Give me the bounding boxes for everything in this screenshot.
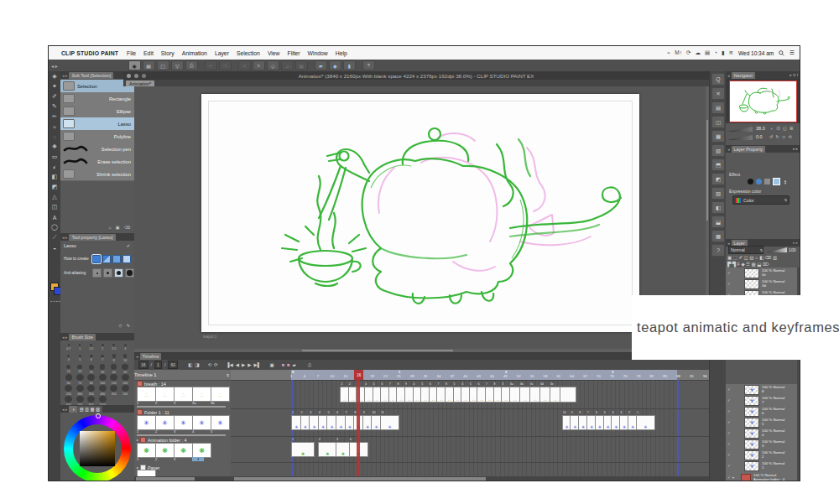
window-minimize-button[interactable] xyxy=(134,74,138,78)
subtool-item-selection-pen[interactable]: Selection pen xyxy=(60,143,134,156)
frame-tool-icon[interactable]: ◫ xyxy=(49,202,60,212)
brush-size-400[interactable]: 400 xyxy=(97,385,109,396)
brush-size-7[interactable]: 7 xyxy=(97,352,109,363)
layer-thumbnail[interactable]: ✳ xyxy=(744,407,759,417)
move-tool-icon[interactable]: ◈ xyxy=(49,71,60,81)
save-file-icon[interactable]: ▽ xyxy=(171,60,184,70)
new-file-icon[interactable]: ▤ xyxy=(143,60,155,70)
hue-marker[interactable] xyxy=(96,413,101,418)
layer-row[interactable]: ✓✳100 % Normal2 xyxy=(726,449,800,461)
layer-visibility-icon[interactable]: ✓ xyxy=(726,431,732,435)
timeline-scrollbar[interactable] xyxy=(231,476,709,481)
layer-thumbnail[interactable]: ✳ xyxy=(744,461,759,471)
brush-size-60[interactable]: 60 xyxy=(63,374,75,385)
layer-property-tab[interactable]: Layer Property xyxy=(732,146,766,153)
layer-visibility-icon[interactable]: ✓ xyxy=(726,453,732,457)
anti-aliasing-option-2[interactable] xyxy=(103,268,112,278)
play-icon[interactable]: ▶ xyxy=(242,362,245,367)
pen-tool-icon[interactable]: ✎ xyxy=(49,101,60,112)
layer-visibility-icon[interactable]: ✓ xyxy=(726,271,732,275)
eyedropper-tool-icon[interactable]: ✐ xyxy=(49,91,60,101)
loop-icon[interactable]: ⟲ xyxy=(207,362,211,367)
layer-thumbnail[interactable]: ✳ xyxy=(744,439,759,449)
layer-color-icon[interactable] xyxy=(764,179,770,184)
airbrush-tool-icon[interactable]: ◌ xyxy=(49,132,60,142)
panel-arrow-icons[interactable]: ◂ ▸ xyxy=(62,73,67,78)
layer-row[interactable]: ✓✳100 % Normal7 xyxy=(726,395,800,407)
subtool-item-shrink-selection[interactable]: Shrink selection xyxy=(60,168,134,181)
snap-special-icon[interactable]: ◆ xyxy=(329,60,341,70)
track-thumbnail[interactable]: ✳ xyxy=(192,415,211,430)
blend-mode-dropdown[interactable]: Normal⇅ xyxy=(728,246,763,254)
control-center-icon[interactable]: ☰ xyxy=(789,49,795,56)
timeline-tab[interactable]: Timeline xyxy=(140,353,162,360)
go-to-start-icon[interactable]: ▐◀ xyxy=(227,362,233,367)
layer-row[interactable]: ✓✳100 % Normal4 xyxy=(726,428,800,439)
track-thumbnail[interactable]: ✳ xyxy=(174,415,193,430)
new-layer-icon[interactable]: ▤ xyxy=(711,101,725,114)
grid-panel-icon[interactable]: ▩ xyxy=(711,230,725,242)
menu-item-file[interactable]: File xyxy=(127,50,136,56)
window-zoom-button[interactable] xyxy=(142,74,146,78)
brush-size-350[interactable]: 350 xyxy=(86,385,97,396)
layer-property-mini-tabs[interactable]: ▸ ▸ xyxy=(793,147,798,151)
layer-row[interactable]: ✓✳100 % Normal5 xyxy=(726,417,800,429)
next-frame-icon[interactable]: ▶ xyxy=(248,362,251,367)
track-label-animation[interactable]: ▸Animation folder : 4 xyxy=(137,437,186,443)
layer-visibility-icon[interactable]: ✓ xyxy=(726,420,732,424)
cloud-icon[interactable]: ☁ xyxy=(695,49,701,56)
anti-aliasing-option-4[interactable] xyxy=(125,268,134,278)
timeline-cel[interactable]: ❋ xyxy=(318,442,337,457)
track-thumbnail[interactable]: ❋ xyxy=(174,443,193,458)
undo-icon[interactable]: ↶ xyxy=(205,60,217,70)
track-thumbnail[interactable]: ✳ xyxy=(155,415,175,430)
brush-size-8[interactable]: 8 xyxy=(108,352,120,363)
brush-size-1.5[interactable]: 1.5 xyxy=(86,341,97,352)
prev-frame-icon[interactable]: ◀ xyxy=(236,362,239,367)
display-icon[interactable]: ▤ xyxy=(705,49,710,56)
track-thumbnail[interactable]: ✳ xyxy=(137,415,156,430)
frames-panel-icon[interactable]: ⬓ xyxy=(711,216,725,228)
end-frame-value[interactable]: 60 xyxy=(168,361,178,369)
timeline-cel[interactable]: ✳ xyxy=(636,415,655,430)
timeline-frames-area[interactable]: 0123147101316192225283134374043464952555… xyxy=(231,370,709,476)
subtool-tab[interactable]: Sub Tool [Selection] xyxy=(69,72,113,79)
crop-icon[interactable]: ⌗ xyxy=(253,60,265,70)
track-mini-scrollbar[interactable] xyxy=(137,434,226,436)
timeline-name-header[interactable]: Timeline 1⇅ xyxy=(134,370,231,381)
app-menu-title[interactable]: CLIP STUDIO PAINT xyxy=(61,50,118,56)
subtool-item-rectangle[interactable]: Rectangle xyxy=(60,92,134,106)
timeline-settings-icon[interactable]: ⎙ xyxy=(308,362,311,368)
brush-size-80[interactable]: 80 xyxy=(86,374,97,385)
track-list-scrollbar[interactable] xyxy=(134,476,231,481)
keyboard-icon[interactable]: ⌁ xyxy=(667,49,670,56)
start-frame-value[interactable]: 1 xyxy=(154,361,162,369)
anti-aliasing-option-1[interactable] xyxy=(92,268,102,278)
panel-arrow-icons[interactable]: ◂ ▸ xyxy=(62,407,67,412)
layer-thumbnail[interactable]: ✳ xyxy=(744,429,759,439)
border-effect-icon[interactable] xyxy=(748,179,753,184)
playhead[interactable] xyxy=(357,378,360,476)
expression-color-dropdown[interactable]: Color ⇅ xyxy=(732,195,789,205)
layer-thumbnail[interactable] xyxy=(744,279,759,289)
navigator-tab[interactable]: Navigator xyxy=(732,72,756,79)
brush-size-2.5[interactable]: 2.5 xyxy=(108,341,120,352)
onion-skin-prev-icon[interactable]: ◧ xyxy=(188,362,192,367)
cel-color-b-icon[interactable]: ■ xyxy=(287,362,289,367)
redo-icon[interactable]: ↷ xyxy=(219,60,232,70)
menu-item-help[interactable]: Help xyxy=(336,50,347,56)
how-to-create-option-3[interactable] xyxy=(112,255,121,263)
layer-thumbnail[interactable]: ✳ xyxy=(744,396,759,406)
close-selection-icon[interactable]: ✕ xyxy=(711,87,725,100)
track-thumbnail[interactable]: ❋ xyxy=(192,443,211,458)
brush-size-200[interactable]: 200 xyxy=(120,374,132,385)
brush-size-150[interactable]: 150 xyxy=(108,374,120,385)
m1-status-icon[interactable]: M↑ xyxy=(675,49,682,56)
layer-thumbnail[interactable]: ✳ xyxy=(744,385,759,395)
menu-clock[interactable]: Wed 10:34 am xyxy=(738,50,774,56)
canvas-page[interactable] xyxy=(201,94,639,332)
eraser-tool-icon[interactable]: ▭ xyxy=(49,152,60,162)
zoom-slider[interactable] xyxy=(727,127,753,132)
panel-arrow-icons[interactable]: ◂ xyxy=(136,354,138,359)
tone-effect-icon[interactable] xyxy=(756,179,762,184)
